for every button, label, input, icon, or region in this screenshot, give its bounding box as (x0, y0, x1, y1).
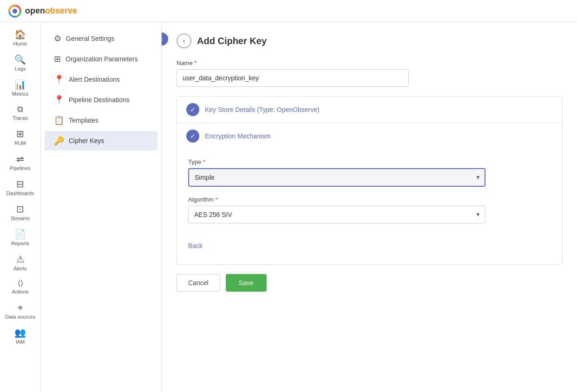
page-header: ‹ Add Cipher Key (177, 33, 562, 48)
page-title: Add Cipher Key (197, 36, 267, 46)
sidebar-item-pipelines-label: Pipelines (10, 165, 31, 171)
collapse-sidebar-button[interactable]: ‹ (162, 33, 168, 46)
sidebar-item-rum[interactable]: ⊞ RUM (3, 125, 38, 150)
algorithm-field-group: Algorithm * AES 256 SIV AES 128 GCM ChaC… (188, 196, 551, 223)
save-button[interactable]: Save (226, 274, 267, 292)
secondary-item-org-params[interactable]: ⊞ Organization Parameters (45, 49, 157, 69)
metrics-icon: 📊 (14, 80, 26, 89)
sidebar-item-dashboards[interactable]: ⊟ Dashboards (3, 176, 38, 200)
secondary-item-pipeline-destinations[interactable]: 📍 Pipeline Destinations (45, 90, 157, 110)
step1-header[interactable]: ✓ Key Store Details (Type: OpenObserve) (177, 97, 562, 123)
topbar: openobserve (0, 0, 577, 22)
type-required: * (203, 158, 205, 165)
cipher-keys-icon: 🔑 (54, 136, 64, 146)
sidebar-item-iam-label: IAM (16, 339, 25, 345)
name-required: * (194, 59, 197, 66)
iam-icon: 👥 (14, 328, 26, 337)
step2-check-icon: ✓ (190, 132, 196, 140)
step1-circle: ✓ (186, 103, 199, 116)
pipeline-destinations-icon: 📍 (54, 95, 64, 105)
sidebar-item-metrics-label: Metrics (12, 91, 28, 97)
sidebar-item-logs[interactable]: 🔍 Logs (3, 51, 38, 75)
sidebar-item-actions-label: Actions (12, 289, 28, 294)
sidebar-item-home-label: Home (13, 41, 27, 46)
step1-title: Key Store Details (Type: OpenObserve) (205, 106, 320, 113)
back-icon: ‹ (183, 37, 185, 45)
sidebar-item-streams[interactable]: ⊡ Streams (3, 201, 38, 225)
type-select-wrapper: Simple Advanced ▼ (188, 168, 485, 187)
secondary-item-templates[interactable]: 📋 Templates (45, 111, 157, 130)
secondary-item-pipeline-destinations-label: Pipeline Destinations (69, 96, 130, 104)
type-field-group: Type * Simple Advanced ▼ (188, 158, 551, 187)
cancel-button[interactable]: Cancel (177, 274, 220, 292)
sidebar-item-iam[interactable]: 👥 IAM (3, 324, 38, 348)
name-field-group: Name * (177, 59, 562, 87)
sidebar-item-data-sources[interactable]: ⌖ Data sources (3, 299, 38, 323)
step2-header[interactable]: ✓ Encryption Mechanism (177, 123, 562, 149)
type-label: Type * (188, 158, 551, 165)
alert-destinations-icon: 📍 (54, 74, 64, 85)
secondary-item-alert-destinations-label: Alert Destinations (69, 76, 120, 83)
reports-icon: 📄 (14, 229, 26, 239)
alerts-icon: ⚠ (16, 255, 25, 264)
name-label: Name * (177, 59, 562, 66)
stepper-section: ✓ Key Store Details (Type: OpenObserve) … (177, 96, 562, 265)
sidebar-item-metrics[interactable]: 📊 Metrics (3, 76, 38, 100)
rum-icon: ⊞ (16, 129, 24, 138)
pipelines-icon: ⇌ (16, 154, 24, 163)
step2-circle: ✓ (186, 130, 199, 143)
sidebar-item-actions[interactable]: ⟨⟩ Actions (3, 276, 38, 298)
dashboards-icon: ⊟ (16, 179, 24, 189)
step1-check-icon: ✓ (190, 106, 196, 113)
secondary-item-general-settings-label: General Settings (66, 35, 114, 42)
secondary-item-templates-label: Templates (69, 117, 98, 124)
name-input[interactable] (177, 69, 409, 87)
data-sources-icon: ⌖ (18, 303, 23, 312)
secondary-item-cipher-keys[interactable]: 🔑 Cipher Keys (45, 131, 157, 150)
logo-text: openobserve (25, 6, 77, 16)
logo-icon (7, 4, 22, 19)
algorithm-select[interactable]: AES 256 SIV AES 128 GCM ChaCha20 (188, 206, 485, 223)
secondary-item-org-params-label: Organization Parameters (66, 55, 138, 63)
general-settings-icon: ⚙ (54, 33, 61, 44)
logs-icon: 🔍 (14, 55, 26, 64)
secondary-item-cipher-keys-label: Cipher Keys (69, 137, 104, 144)
algorithm-label: Algorithm * (188, 196, 551, 203)
sidebar-item-reports-label: Reports (11, 241, 29, 246)
templates-icon: 📋 (54, 115, 64, 125)
svg-point-1 (13, 9, 17, 13)
sidebar-item-home[interactable]: 🏠 Home (3, 26, 38, 50)
step2-body: Type * Simple Advanced ▼ Algorithm (177, 149, 562, 264)
sidebar: 🏠 Home 🔍 Logs 📊 Metrics ⧉ Traces ⊞ RUM ⇌… (0, 22, 41, 392)
back-button[interactable]: ‹ (177, 33, 191, 48)
algorithm-required: * (216, 196, 218, 203)
stepper-back-button[interactable]: Back (188, 238, 203, 253)
org-params-icon: ⊞ (54, 54, 61, 64)
secondary-item-general-settings[interactable]: ⚙ General Settings (45, 29, 157, 48)
type-select[interactable]: Simple Advanced (188, 168, 485, 187)
streams-icon: ⊡ (16, 204, 24, 214)
home-icon: 🏠 (14, 30, 26, 39)
traces-icon: ⧉ (17, 105, 23, 113)
sidebar-item-alerts-label: Alerts (13, 266, 26, 271)
sidebar-item-pipelines[interactable]: ⇌ Pipelines (3, 150, 38, 175)
step2-title: Encryption Mechanism (205, 132, 271, 140)
form-section: Name * (177, 59, 562, 87)
sidebar-item-data-sources-label: Data sources (5, 314, 35, 320)
sidebar-item-traces-label: Traces (13, 115, 28, 121)
secondary-sidebar: ⚙ General Settings ⊞ Organization Parame… (41, 22, 162, 392)
stepper-back-wrapper: Back (188, 233, 551, 253)
sidebar-item-rum-label: RUM (14, 140, 26, 146)
action-buttons: Cancel Save (177, 274, 562, 292)
sidebar-item-dashboards-label: Dashboards (7, 190, 34, 196)
sidebar-item-reports[interactable]: 📄 Reports (3, 226, 38, 250)
secondary-item-alert-destinations[interactable]: 📍 Alert Destinations (45, 70, 157, 89)
algorithm-select-wrapper: AES 256 SIV AES 128 GCM ChaCha20 ▼ (188, 206, 485, 223)
main-content: ‹ ‹ Add Cipher Key Name * ✓ (162, 22, 577, 392)
sidebar-item-streams-label: Streams (11, 216, 30, 221)
sidebar-item-alerts[interactable]: ⚠ Alerts (3, 251, 38, 275)
actions-icon: ⟨⟩ (18, 280, 23, 287)
sidebar-item-traces[interactable]: ⧉ Traces (3, 101, 38, 124)
sidebar-item-logs-label: Logs (15, 66, 26, 72)
logo[interactable]: openobserve (7, 4, 77, 19)
